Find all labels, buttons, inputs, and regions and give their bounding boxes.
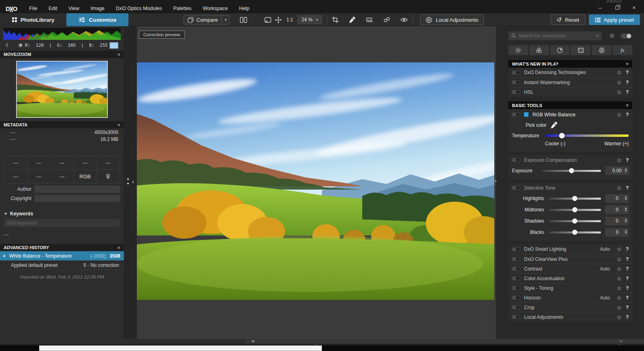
pick-color-control[interactable]: Pick color xyxy=(526,122,629,128)
repair-tool-icon[interactable] xyxy=(384,17,390,23)
slider-thumb[interactable] xyxy=(559,133,565,138)
tool-row-clearview[interactable]: DxO ClearView Plus ☆ ? xyxy=(508,254,632,264)
tab-customize[interactable]: Customize xyxy=(66,13,128,26)
close-icon[interactable]: × xyxy=(117,122,120,128)
enable-toggle[interactable] xyxy=(512,306,520,309)
favorite-star-icon[interactable]: ☆ xyxy=(617,256,622,262)
copyright-field[interactable] xyxy=(35,195,120,202)
keywords-expander[interactable]: Keywords xyxy=(4,211,120,217)
menu-workspace[interactable]: Workspace xyxy=(197,4,233,13)
help-icon[interactable]: ? xyxy=(626,70,629,75)
close-icon[interactable]: × xyxy=(625,3,642,12)
split-view-icon[interactable] xyxy=(240,17,247,23)
move-tool-icon[interactable] xyxy=(275,17,282,23)
favorite-star-icon[interactable]: ☆ xyxy=(617,276,622,281)
stepper-icon[interactable] xyxy=(625,168,627,172)
left-splitter[interactable]: ‹ xyxy=(124,26,137,339)
enable-toggle[interactable] xyxy=(512,257,520,261)
exposure-slider[interactable] xyxy=(542,170,601,172)
enable-toggle[interactable] xyxy=(512,296,520,299)
restore-icon[interactable] xyxy=(609,3,625,12)
selective-tone-row[interactable]: Selective Tone ☆ ? xyxy=(508,183,632,193)
search-box[interactable]: × xyxy=(508,31,602,40)
favorite-star-icon[interactable]: ☆ xyxy=(617,295,622,301)
stepper-icon[interactable] xyxy=(625,196,627,200)
active-corrections-toggle[interactable] xyxy=(621,33,632,39)
image-canvas[interactable]: Correction preview xyxy=(137,26,496,339)
filmstrip-thumbnail-edge[interactable] xyxy=(39,345,322,351)
highlights-slider[interactable] xyxy=(549,198,601,200)
keywords-input[interactable] xyxy=(4,219,120,227)
tool-row-smart-lighting[interactable]: DxO Smart Lighting Auto ☆ ? xyxy=(508,244,632,254)
shadows-slider[interactable] xyxy=(549,220,601,222)
tool-row-hsl[interactable]: HSL ☆ ? xyxy=(508,87,632,97)
close-icon[interactable]: × xyxy=(625,61,629,67)
tab-color-icon[interactable] xyxy=(529,45,549,55)
tool-row-crop[interactable]: Crop ☆ ? xyxy=(508,302,632,312)
enable-toggle[interactable] xyxy=(512,81,520,84)
tool-row-style-toning[interactable]: Style - Toning ☆ ? xyxy=(508,283,632,293)
help-icon[interactable]: ? xyxy=(626,305,629,310)
panel-collapse-handle[interactable]: ‹ xyxy=(127,178,134,184)
enable-toggle[interactable] xyxy=(512,248,520,251)
menu-dxo-optics-modules[interactable]: DxO Optics Modules xyxy=(110,4,168,13)
favorite-star-icon[interactable]: ☆ xyxy=(617,185,622,191)
menu-palettes[interactable]: Palettes xyxy=(167,4,197,13)
main-photo[interactable] xyxy=(137,62,494,300)
favorite-star-icon[interactable]: ☆ xyxy=(617,80,622,85)
blacks-value-box[interactable]: 0 xyxy=(605,228,629,236)
slider-thumb[interactable] xyxy=(572,230,578,235)
compare-button[interactable]: Compare ▾ xyxy=(184,15,229,25)
help-icon[interactable]: ? xyxy=(626,80,629,85)
help-icon[interactable]: ? xyxy=(626,256,629,262)
fit-screen-icon[interactable] xyxy=(264,17,271,23)
history-entry[interactable]: Applied default preset 5 - No correction xyxy=(0,260,124,270)
tool-row-local-adjustments[interactable]: Local Adjustments ☆ ? xyxy=(508,312,632,322)
help-icon[interactable]: ? xyxy=(626,285,629,291)
stepper-icon[interactable] xyxy=(625,219,627,223)
slider-thumb[interactable] xyxy=(569,168,574,173)
enable-toggle[interactable] xyxy=(512,71,520,74)
close-icon[interactable]: × xyxy=(117,245,120,250)
stepper-icon[interactable] xyxy=(625,207,627,211)
favorite-star-icon[interactable]: ☆ xyxy=(617,70,622,75)
favorite-star-icon[interactable]: ☆ xyxy=(617,89,622,95)
highlights-value-box[interactable]: 0 xyxy=(605,194,629,202)
enable-toggle[interactable] xyxy=(512,186,520,190)
favorites-filter-icon[interactable]: ☆ xyxy=(609,33,615,39)
tab-photolibrary[interactable]: PhotoLibrary xyxy=(0,13,66,26)
enable-toggle[interactable] xyxy=(512,113,520,116)
highlight-clipping-icon[interactable]: ☀ xyxy=(18,41,23,49)
enable-toggle[interactable] xyxy=(512,286,520,290)
help-icon[interactable]: ? xyxy=(626,185,629,191)
menu-edit[interactable]: Edit xyxy=(43,4,63,13)
stepper-icon[interactable] xyxy=(625,230,627,234)
help-icon[interactable]: ? xyxy=(626,246,629,252)
help-icon[interactable]: ? xyxy=(626,157,629,163)
tab-effects-icon[interactable]: fx xyxy=(613,45,632,55)
scroll-down-icon[interactable] xyxy=(251,341,255,343)
crop-tool-icon[interactable] xyxy=(332,17,339,23)
enable-toggle[interactable] xyxy=(512,277,520,280)
favorite-star-icon[interactable]: ☆ xyxy=(617,266,622,272)
midtones-value-box[interactable]: 0 xyxy=(605,206,629,214)
shadow-clipping-icon[interactable]: ☾ xyxy=(6,42,10,48)
help-icon[interactable]: ? xyxy=(626,266,629,272)
favorite-star-icon[interactable]: ☆ xyxy=(617,112,622,118)
white-balance-row[interactable]: RGB White Balance ☆ ? xyxy=(512,109,629,120)
compare-dropdown-icon[interactable]: ▾ xyxy=(221,15,229,24)
close-icon[interactable]: × xyxy=(117,52,120,57)
minimize-icon[interactable]: – xyxy=(592,3,609,12)
help-icon[interactable]: ? xyxy=(626,112,629,118)
preview-eye-icon[interactable] xyxy=(400,17,408,23)
help-icon[interactable]: ? xyxy=(626,314,629,320)
menu-view[interactable]: View xyxy=(63,4,85,13)
slider-thumb[interactable] xyxy=(572,196,578,201)
horizon-tool-icon[interactable] xyxy=(366,17,373,23)
tool-row-contrast[interactable]: Contrast Auto ☆ ? xyxy=(508,264,632,273)
zoom-1to1-button[interactable]: 1:1 xyxy=(286,17,293,23)
tab-detail-icon[interactable] xyxy=(550,45,570,55)
tool-row-color-accentuation[interactable]: Color Accentuation ☆ ? xyxy=(508,273,632,283)
close-icon[interactable]: × xyxy=(625,102,629,108)
favorite-star-icon[interactable]: ☆ xyxy=(617,246,622,252)
